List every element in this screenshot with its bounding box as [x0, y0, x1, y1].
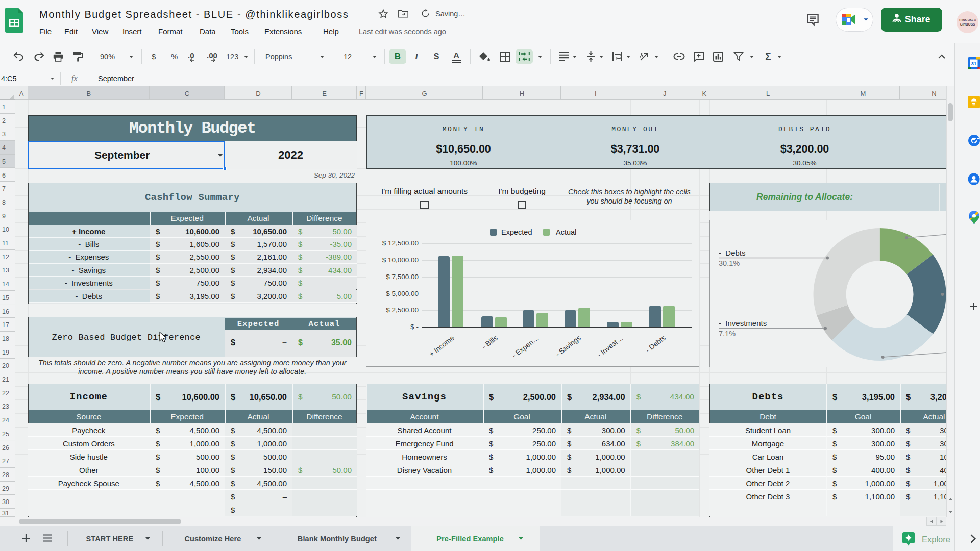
svg-text:31: 31 [971, 61, 977, 66]
